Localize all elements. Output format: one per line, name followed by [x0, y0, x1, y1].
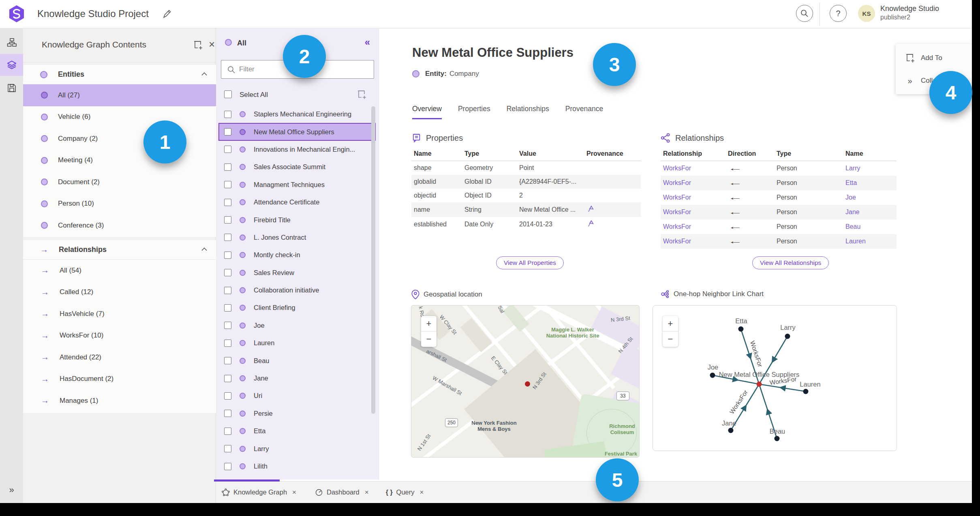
- list-item[interactable]: Etta: [216, 422, 379, 440]
- item-checkbox[interactable]: [224, 234, 231, 241]
- relationship-type-item-all[interactable]: →All (54): [23, 260, 216, 282]
- item-checkbox[interactable]: [224, 375, 231, 382]
- close-tab-icon[interactable]: ×: [365, 488, 369, 497]
- entity-location-marker[interactable]: [525, 381, 530, 387]
- list-item[interactable]: Beau: [216, 352, 379, 369]
- view-all-properties-button[interactable]: View All Properties: [496, 256, 564, 269]
- list-item[interactable]: Sales Review: [216, 264, 379, 282]
- relationship-type-item-worksfor[interactable]: →WorksFor (10): [23, 325, 216, 347]
- item-checkbox[interactable]: [224, 128, 231, 135]
- list-item[interactable]: Lauren: [216, 334, 379, 352]
- zoom-out-button[interactable]: −: [421, 331, 437, 347]
- list-item[interactable]: Joe: [216, 317, 379, 334]
- add-to-map-icon[interactable]: [356, 89, 367, 100]
- item-checkbox[interactable]: [224, 340, 231, 347]
- entity-type-item-vehicle[interactable]: Vehicle (6): [23, 106, 216, 128]
- scrollbar-thumb[interactable]: [371, 106, 375, 414]
- zoom-in-button[interactable]: +: [663, 316, 678, 331]
- account-info[interactable]: Knowledge Studio publisher2: [880, 4, 939, 21]
- entity-type-item-meeting[interactable]: Meeting (4): [23, 150, 216, 172]
- list-item[interactable]: Innovations in Mechanical Engin...: [216, 141, 379, 158]
- tab-overview[interactable]: Overview: [412, 105, 442, 119]
- tab-properties[interactable]: Properties: [458, 105, 490, 119]
- node-dot[interactable]: [728, 428, 734, 433]
- provenance-flag-icon[interactable]: [586, 205, 594, 213]
- collapse-panel-icon[interactable]: «: [365, 37, 370, 48]
- item-checkbox[interactable]: [224, 463, 231, 470]
- item-checkbox[interactable]: [224, 269, 231, 276]
- list-item[interactable]: Attendance Certificate: [216, 194, 379, 211]
- item-checkbox[interactable]: [224, 252, 231, 259]
- zoom-out-button[interactable]: −: [663, 331, 678, 347]
- tab-relationships[interactable]: Relationships: [507, 105, 549, 119]
- relationship-type-item-called[interactable]: →Called (12): [23, 282, 216, 303]
- item-checkbox[interactable]: [224, 357, 231, 364]
- tab-query[interactable]: { } Query ×: [386, 488, 424, 497]
- geospatial-map[interactable]: + − k Rd W Clay St Sal N 3rd St Maggie L…: [411, 305, 640, 458]
- item-checkbox[interactable]: [224, 392, 231, 400]
- node-dot[interactable]: [803, 389, 809, 394]
- list-item[interactable]: Collaboration initiative: [216, 282, 379, 299]
- entities-section-header[interactable]: Entities: [23, 65, 216, 84]
- list-item[interactable]: Lilith: [216, 458, 379, 475]
- chevron-up-icon[interactable]: [201, 247, 207, 251]
- rail-item-data-model[interactable]: [0, 32, 23, 54]
- add-to-button[interactable]: Add To: [896, 48, 972, 68]
- close-tab-icon[interactable]: ×: [292, 488, 296, 497]
- node-dot[interactable]: [738, 327, 744, 332]
- rail-item-contents[interactable]: [0, 54, 23, 76]
- chevron-up-icon[interactable]: [201, 72, 207, 76]
- item-checkbox[interactable]: [224, 304, 231, 312]
- list-item[interactable]: Firebird Title: [216, 211, 379, 228]
- center-node-dot[interactable]: [757, 382, 762, 387]
- item-checkbox[interactable]: [224, 199, 231, 206]
- view-all-relationships-button[interactable]: View All Relationships: [752, 256, 829, 269]
- list-item[interactable]: Larry: [216, 440, 379, 457]
- global-search-button[interactable]: [796, 5, 813, 22]
- relationship-type-item-manages[interactable]: →Manages (1): [23, 390, 216, 412]
- user-avatar[interactable]: KS: [858, 5, 875, 22]
- item-checkbox[interactable]: [224, 428, 231, 435]
- node-dot[interactable]: [775, 436, 780, 441]
- item-checkbox[interactable]: [224, 163, 231, 171]
- relationship-type-item-hasdocument[interactable]: →HasDocument (2): [23, 368, 216, 390]
- entity-type-item-document[interactable]: Document (2): [23, 171, 216, 193]
- entity-type-item-company[interactable]: Company (2): [23, 128, 216, 150]
- relationships-section-header[interactable]: → Relationships: [23, 240, 216, 260]
- list-item[interactable]: Sales Associate Summit: [216, 158, 379, 176]
- node-dot[interactable]: [785, 334, 790, 339]
- close-panel-icon[interactable]: ×: [209, 38, 215, 51]
- zoom-in-button[interactable]: +: [421, 316, 437, 331]
- tab-provenance[interactable]: Provenance: [565, 105, 603, 119]
- entity-type-item-all[interactable]: All (27): [23, 84, 216, 106]
- item-checkbox[interactable]: [224, 146, 231, 153]
- provenance-flag-icon[interactable]: [586, 220, 594, 227]
- close-tab-icon[interactable]: ×: [420, 488, 424, 497]
- item-checkbox[interactable]: [224, 287, 231, 294]
- list-item[interactable]: Persie: [216, 405, 379, 422]
- expand-rail-button[interactable]: »: [0, 482, 23, 498]
- list-item[interactable]: Managment Techniques: [216, 176, 379, 194]
- relationship-type-item-hasvehicle[interactable]: →HasVehicle (7): [23, 303, 216, 325]
- list-item[interactable]: Montly check-in: [216, 246, 379, 264]
- node-dot[interactable]: [710, 373, 715, 378]
- list-item-selected[interactable]: New Metal Office Suppliers: [218, 123, 376, 140]
- entity-type-item-conference[interactable]: Conference (3): [23, 215, 216, 236]
- add-to-map-icon[interactable]: [193, 40, 203, 50]
- tab-dashboard[interactable]: Dashboard ×: [315, 488, 369, 497]
- help-button[interactable]: ?: [830, 5, 847, 22]
- edit-title-icon[interactable]: [162, 9, 172, 19]
- relationship-type-item-attended[interactable]: →Attended (22): [23, 346, 216, 368]
- rail-item-save[interactable]: [0, 77, 23, 99]
- list-item[interactable]: Uri: [216, 387, 379, 404]
- list-item[interactable]: L. Jones Contract: [216, 229, 379, 246]
- one-hop-link-chart[interactable]: + −: [653, 305, 897, 451]
- list-item[interactable]: Jane: [216, 370, 379, 387]
- item-checkbox[interactable]: [224, 111, 231, 118]
- item-checkbox[interactable]: [224, 410, 231, 417]
- item-checkbox[interactable]: [224, 181, 231, 188]
- tab-knowledge-graph[interactable]: Knowledge Graph ×: [222, 488, 296, 497]
- entity-type-item-person[interactable]: Person (10): [23, 193, 216, 215]
- item-checkbox[interactable]: [224, 445, 231, 452]
- item-checkbox[interactable]: [224, 216, 231, 224]
